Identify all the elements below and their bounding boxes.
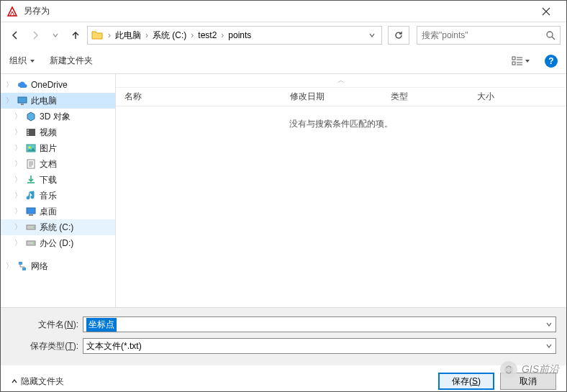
refresh-button[interactable]	[388, 26, 409, 45]
column-size[interactable]: 大小	[468, 91, 526, 103]
tree-item-音乐[interactable]: 〉音乐	[1, 188, 115, 204]
expand-icon[interactable]: 〉	[14, 238, 22, 248]
chevron-right-icon: ›	[145, 30, 148, 40]
svg-point-0	[547, 32, 553, 37]
tree-item-label: 音乐	[40, 190, 57, 202]
tree-item-label: 文档	[40, 158, 57, 170]
breadcrumb-item[interactable]: points	[225, 29, 254, 42]
drive-icon	[25, 237, 37, 249]
tree-item-桌面[interactable]: 〉桌面	[1, 204, 115, 219]
cloud-icon	[17, 79, 28, 91]
empty-message: 没有与搜索条件匹配的项。	[116, 106, 566, 142]
filetype-field[interactable]: 文本文件(*.txt)	[83, 338, 556, 354]
expand-icon[interactable]: 〉	[5, 261, 14, 271]
tree-item-label: 3D 对象	[40, 111, 71, 123]
network-icon	[17, 260, 28, 272]
back-button[interactable]	[6, 27, 24, 44]
tree-item-label: 视频	[40, 127, 57, 139]
chevron-right-icon: ›	[221, 30, 224, 40]
svg-rect-2	[512, 62, 515, 65]
filetype-dropdown[interactable]	[545, 342, 553, 350]
column-date[interactable]: 修改日期	[281, 91, 382, 103]
breadcrumb-item[interactable]: test2	[195, 29, 219, 42]
expand-icon[interactable]: 〉	[14, 143, 22, 153]
filename-value[interactable]: 坐标点	[86, 318, 117, 332]
chevron-right-icon[interactable]: ›	[108, 30, 111, 40]
organize-menu[interactable]: 组织	[9, 55, 35, 67]
search-input[interactable]	[422, 30, 545, 40]
tree-item-OneDrive[interactable]: 〉OneDrive	[1, 77, 115, 93]
svg-rect-1	[512, 57, 515, 60]
scroll-up-indicator[interactable]: ︿	[116, 74, 566, 88]
filetype-value: 文本文件(*.txt)	[86, 340, 142, 352]
svg-point-10	[29, 147, 31, 149]
address-dropdown[interactable]	[366, 32, 378, 39]
pc-icon	[17, 95, 28, 106]
tree-item-视频[interactable]: 〉视频	[1, 124, 115, 140]
tree-item-label: 此电脑	[31, 95, 57, 107]
svg-rect-17	[19, 262, 22, 265]
cancel-button[interactable]: 取消	[500, 373, 556, 390]
expand-icon[interactable]: 〉	[5, 80, 14, 90]
filetype-label: 保存类型(T):	[11, 340, 83, 352]
up-button[interactable]	[67, 27, 84, 44]
tree-item-label: 下载	[40, 174, 57, 186]
svg-rect-8	[27, 134, 29, 135]
breadcrumb-item[interactable]: 系统 (C:)	[150, 28, 189, 43]
expand-icon[interactable]: 〉	[14, 111, 22, 122]
search-box[interactable]	[417, 26, 561, 45]
tree-item-文档[interactable]: 〉文档	[1, 156, 115, 172]
tree-item-下载[interactable]: 〉下载	[1, 172, 115, 188]
filename-field[interactable]: 坐标点	[83, 316, 556, 332]
expand-icon[interactable]: 〉	[14, 175, 22, 185]
view-options-button[interactable]	[512, 56, 530, 66]
svg-point-16	[33, 242, 35, 244]
filename-label: 文件名(N):	[11, 319, 83, 331]
filename-row: 文件名(N): 坐标点	[11, 316, 556, 332]
help-button[interactable]: ?	[545, 55, 558, 68]
column-headers: 名称 修改日期 类型 大小	[116, 88, 566, 106]
address-bar[interactable]: › 此电脑 › 系统 (C:) › test2 › points	[87, 26, 382, 45]
expand-icon[interactable]: 〉	[5, 96, 14, 106]
tree-item-图片[interactable]: 〉图片	[1, 140, 115, 156]
svg-point-14	[33, 227, 35, 228]
tree-item-此电脑[interactable]: 〉此电脑	[1, 93, 115, 109]
recent-dropdown[interactable]	[47, 27, 64, 44]
expand-icon[interactable]: 〉	[14, 127, 22, 137]
folder-tree[interactable]: 〉OneDrive〉此电脑〉3D 对象〉视频〉图片〉文档〉下载〉音乐〉桌面〉系统…	[1, 74, 116, 307]
svg-rect-11	[27, 160, 35, 168]
column-type[interactable]: 类型	[382, 91, 468, 103]
tree-item-网络[interactable]: 〉网络	[1, 258, 115, 274]
tree-item-3D 对象[interactable]: 〉3D 对象	[1, 109, 115, 124]
tree-item-label: 网络	[31, 260, 48, 273]
forward-button[interactable]	[27, 27, 44, 44]
expand-icon[interactable]: 〉	[14, 222, 22, 232]
filetype-row: 保存类型(T): 文本文件(*.txt)	[11, 338, 556, 354]
chevron-right-icon: ›	[191, 30, 194, 40]
tree-item-系统 (C:)[interactable]: 〉系统 (C:)	[1, 219, 115, 235]
download-icon	[25, 174, 37, 186]
tree-item-label: 桌面	[40, 206, 57, 218]
save-button[interactable]: 保存(S)	[438, 373, 494, 390]
close-button[interactable]	[532, 1, 561, 22]
tree-item-label: 办公 (D:)	[40, 237, 73, 250]
tree-item-办公 (D:)[interactable]: 〉办公 (D:)	[1, 235, 115, 251]
navbar: › 此电脑 › 系统 (C:) › test2 › points	[1, 22, 566, 48]
app-icon	[6, 6, 18, 17]
breadcrumb-item[interactable]: 此电脑	[112, 28, 144, 43]
search-icon[interactable]	[545, 30, 555, 40]
expand-icon[interactable]: 〉	[14, 159, 22, 169]
drive-icon	[25, 222, 37, 233]
expand-icon[interactable]: 〉	[14, 191, 22, 201]
breadcrumb: › 此电脑 › 系统 (C:) › test2 › points	[108, 28, 366, 43]
window-title: 另存为	[24, 5, 532, 17]
video-icon	[25, 127, 37, 138]
expand-icon[interactable]: 〉	[14, 206, 22, 216]
filename-dropdown[interactable]	[545, 321, 553, 328]
3d-icon	[25, 111, 37, 122]
music-icon	[25, 190, 37, 201]
hide-folders-toggle[interactable]: 隐藏文件夹	[11, 375, 64, 388]
column-name[interactable]: 名称	[116, 91, 281, 103]
new-folder-button[interactable]: 新建文件夹	[50, 55, 93, 67]
hide-folders-label: 隐藏文件夹	[21, 375, 64, 388]
